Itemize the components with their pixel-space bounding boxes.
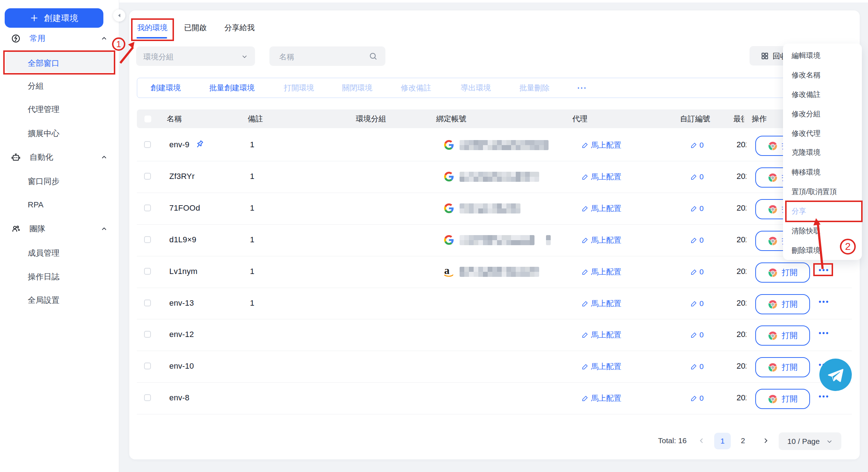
svg-text:a: a: [444, 265, 449, 276]
